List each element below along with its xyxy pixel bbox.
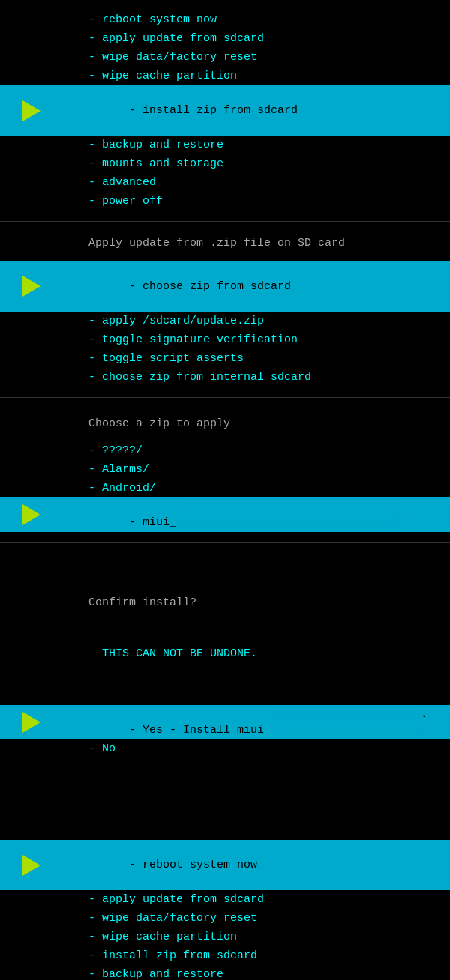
- menu-item-android[interactable]: - Android/: [0, 479, 450, 497]
- menu-item-advanced[interactable]: - advanced: [0, 173, 450, 192]
- main-menu-list: - reboot system now - apply update from …: [0, 7, 450, 214]
- choose-zip-list: - ?????/ - Alarms/ - Android/ - miui_: [0, 438, 450, 535]
- main-menu-section-2: - reboot system now - apply update from …: [0, 829, 450, 980]
- menu-item-wipe-cache[interactable]: - wipe cache partition: [0, 67, 450, 85]
- selection-arrow: [22, 100, 40, 121]
- menu-item-install-zip-2[interactable]: - install zip from sdcard: [0, 946, 450, 965]
- selection-arrow-2: [22, 276, 40, 297]
- menu-item-backup[interactable]: - backup and restore: [0, 136, 450, 154]
- menu-item-yes-install[interactable]: - Yes - Install miui_ .: [0, 705, 450, 739]
- menu-item-no[interactable]: - No: [0, 739, 450, 758]
- menu-item-wipe-data-2[interactable]: - wipe data/factory reset: [0, 909, 450, 928]
- selection-arrow-5: [22, 855, 40, 876]
- confirm-install-list: - Yes - Install miui_ . - No: [0, 702, 450, 761]
- menu-item-wipe-cache-2[interactable]: - wipe cache partition: [0, 928, 450, 946]
- confirm-title-line2: THIS CAN NOT BE UNDONE.: [88, 646, 450, 663]
- menu-item-alarms[interactable]: - Alarms/: [0, 460, 450, 479]
- apply-update-title: Apply update from .zip file on SD card: [0, 229, 450, 258]
- menu-item-apply-update[interactable]: - apply update from sdcard: [0, 29, 450, 48]
- menu-item-mounts[interactable]: - mounts and storage: [0, 154, 450, 173]
- menu-item-backup-2[interactable]: - backup and restore: [0, 965, 450, 980]
- main-menu-section: - reboot system now - apply update from …: [0, 0, 450, 222]
- menu-item-toggle-signature[interactable]: - toggle signature verification: [0, 330, 450, 349]
- miui-filename-blur: [176, 507, 401, 523]
- menu-item-toggle-asserts[interactable]: - toggle script asserts: [0, 349, 450, 368]
- confirm-title-line1: Confirm install?: [88, 595, 450, 612]
- apply-update-list: - choose zip from sdcard - apply /sdcard…: [0, 258, 450, 390]
- menu-item-apply-sdcard-zip[interactable]: - apply /sdcard/update.zip: [0, 312, 450, 330]
- arrow-icon-4: [22, 712, 40, 733]
- miui-confirm-blur: [271, 715, 421, 731]
- arrow-icon-5: [22, 855, 40, 876]
- spacer-1: [0, 769, 450, 829]
- menu-item-wipe-data[interactable]: - wipe data/factory reset: [0, 48, 450, 67]
- menu-item-miui-zip[interactable]: - miui_: [0, 497, 450, 532]
- confirm-install-section: Confirm install? THIS CAN NOT BE UNDONE.…: [0, 543, 450, 769]
- menu-item-reboot[interactable]: - reboot system now: [0, 10, 450, 29]
- arrow-icon: [22, 100, 40, 121]
- selection-arrow-3: [22, 504, 40, 525]
- menu-item-power-off[interactable]: - power off: [0, 192, 450, 211]
- menu-item-questionmarks[interactable]: - ?????/: [0, 441, 450, 460]
- arrow-icon-2: [22, 276, 40, 297]
- menu-item-choose-zip-sdcard[interactable]: - choose zip from sdcard: [0, 261, 450, 312]
- choose-zip-title: Choose a zip to apply: [0, 405, 450, 439]
- choose-zip-section: Choose a zip to apply - ?????/ - Alarms/…: [0, 398, 450, 544]
- selection-arrow-4: [22, 712, 40, 733]
- confirm-install-title: Confirm install? THIS CAN NOT BE UNDONE.: [0, 551, 450, 702]
- menu-item-choose-zip-internal[interactable]: - choose zip from internal sdcard: [0, 368, 450, 387]
- arrow-icon-3: [22, 504, 40, 525]
- menu-item-reboot-2[interactable]: - reboot system now: [0, 840, 450, 890]
- apply-update-section: Apply update from .zip file on SD card -…: [0, 222, 450, 398]
- menu-item-install-zip[interactable]: - install zip from sdcard: [0, 85, 450, 136]
- menu-item-apply-update-2[interactable]: - apply update from sdcard: [0, 890, 450, 909]
- main-menu-list-2: - reboot system now - apply update from …: [0, 837, 450, 980]
